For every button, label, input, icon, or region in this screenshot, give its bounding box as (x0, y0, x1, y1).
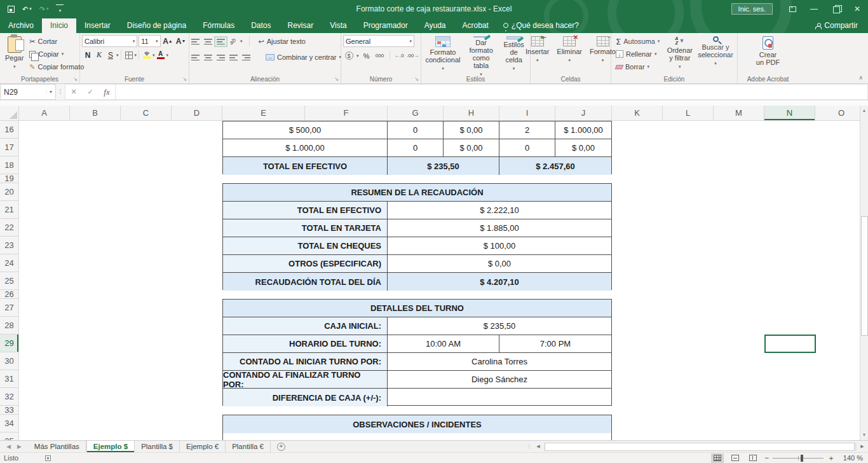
cell-total-all[interactable]: $ 2.457,60 (499, 157, 611, 175)
dialog-launcher-icon[interactable]: ↘ (182, 76, 187, 82)
align-right-icon[interactable] (217, 55, 225, 60)
zoom-in-button[interactable]: ＋ (827, 453, 835, 463)
row-header-33[interactable]: 33 (0, 406, 19, 415)
font-color-button[interactable]: A (155, 49, 166, 61)
row-header-32[interactable]: 32 (0, 388, 19, 406)
align-top-icon[interactable] (191, 39, 200, 45)
conditional-formatting-button[interactable]: Formato condicional▾ (423, 35, 463, 74)
ribbon-tab-datos[interactable]: Datos (243, 18, 279, 33)
zoom-out-button[interactable]: − (764, 453, 769, 462)
cell-total-label[interactable]: RECAUDACIÓN TOTAL DEL DÍA (223, 273, 388, 291)
wrap-text-button[interactable]: ↩Ajustar texto (256, 35, 308, 48)
column-header-a[interactable]: A (19, 106, 70, 121)
sheet-tab-plantilla[interactable]: Plantilla € (226, 441, 271, 452)
insert-cells-button[interactable]: ⇤ Insertar▾ (522, 35, 552, 74)
orientation-icon[interactable]: ab (228, 37, 237, 46)
table-row[interactable]: DIFERENCIA DE CAJA (+/-): (223, 389, 611, 406)
bold-button[interactable]: N (82, 49, 93, 61)
row-header-18[interactable]: 18 (0, 156, 19, 174)
horizontal-scrollbar-thumb[interactable] (545, 443, 855, 451)
cell-total-value[interactable]: $ 4.207,10 (388, 273, 611, 291)
clear-button[interactable]: Borrar▾ (613, 60, 664, 73)
row-header-29[interactable]: 29 (0, 335, 19, 352)
restore-button[interactable] (825, 0, 846, 18)
formula-bar-grip[interactable]: ⁞ (56, 84, 65, 100)
sheet-nav-right-icon[interactable]: ▶ (17, 443, 22, 450)
cell-count[interactable]: 0 (499, 139, 555, 156)
align-bottom-icon[interactable] (217, 39, 225, 45)
zoom-slider-thumb[interactable] (801, 455, 803, 462)
sheet-tab-mas-plantillas[interactable]: Más Plantillas (28, 441, 86, 452)
vertical-scrollbar-thumb[interactable] (861, 216, 868, 336)
redo-button[interactable]: ↷▾ (39, 5, 49, 13)
create-pdf-button[interactable]: Crearun PDF (753, 35, 783, 74)
table-row[interactable]: CONTADO AL INICIAR TURNO POR: Carolina T… (223, 353, 611, 371)
column-header-i[interactable]: I (499, 106, 555, 121)
format-painter-button[interactable]: ✎Copiar formato (27, 60, 86, 73)
row-header-26[interactable]: 26 (0, 290, 19, 299)
cell-subtotal[interactable]: $ 0,00 (444, 121, 499, 139)
align-center-icon[interactable] (204, 55, 212, 60)
cell-subtotal[interactable]: $ 1.000,00 (555, 121, 611, 139)
cut-button[interactable]: ✂Cortar (27, 35, 86, 48)
table-row[interactable]: HORARIO DEL TURNO: 10:00 AM 7:00 PM (223, 335, 611, 353)
copy-button[interactable]: Copiar▾ (27, 48, 86, 60)
cell-denomination[interactable]: $ 1.000,00 (223, 139, 388, 156)
cell-value[interactable]: $ 2.222,10 (388, 202, 611, 219)
row-header-27[interactable]: 27 (0, 299, 19, 317)
scroll-right-icon[interactable]: ▶ (858, 443, 867, 451)
scroll-up-icon[interactable]: ▲ (860, 106, 868, 115)
italic-button[interactable]: K (93, 49, 105, 61)
ribbon-tab-archivo[interactable]: Archivo (0, 18, 42, 33)
cell-subtotal[interactable]: $ 0,00 (444, 139, 499, 156)
column-header-l[interactable]: L (663, 106, 714, 121)
table-row[interactable]: OTROS (ESPECIFICAR) $ 0,00 (223, 255, 611, 273)
increase-indent-icon[interactable] (242, 55, 250, 60)
table-header-row[interactable]: RESUMEN DE LA RECAUDACIÓN (223, 184, 611, 202)
cell-count[interactable]: 2 (499, 121, 555, 139)
row-header-28[interactable]: 28 (0, 317, 19, 335)
row-header-25[interactable]: 25 (0, 272, 19, 290)
row-header-24[interactable]: 24 (0, 254, 19, 272)
close-button[interactable]: ✕ (846, 0, 868, 18)
cell-value[interactable]: $ 0,00 (388, 255, 611, 272)
row-header-19[interactable]: 19 (0, 174, 19, 183)
find-select-button[interactable]: Buscar y seleccionar▾ (696, 35, 735, 74)
row-header-30[interactable]: 30 (0, 352, 19, 370)
ribbon-tab-insertar[interactable]: Insertar (76, 18, 119, 33)
ribbon-tab-diseno-de-pagina[interactable]: Diseño de página (119, 18, 194, 33)
fill-color-button[interactable] (141, 49, 153, 61)
cell-total-cash[interactable]: $ 235,50 (388, 157, 499, 175)
align-left-icon[interactable] (191, 55, 200, 60)
column-header-c[interactable]: C (121, 106, 172, 121)
row-header-21[interactable]: 21 (0, 201, 19, 219)
percent-style-button[interactable]: % (361, 50, 372, 62)
tell-me-box[interactable]: ¿Qué desea hacer? (497, 21, 585, 33)
column-header-j[interactable]: J (555, 106, 612, 121)
borders-button[interactable] (123, 49, 135, 61)
comma-style-button[interactable]: 000 (374, 50, 386, 62)
collapse-ribbon-button[interactable]: ∧ (858, 74, 863, 81)
selected-cell-n29[interactable] (764, 335, 816, 353)
name-box[interactable]: N29 ▾ (0, 84, 56, 100)
cell-label[interactable]: TOTAL EN TARJETA (223, 219, 388, 237)
cell-label[interactable]: CONTANDO AL FINALIZAR TURNO POR: (223, 371, 388, 388)
select-all-corner[interactable] (0, 106, 19, 121)
row-header-23[interactable]: 23 (0, 237, 19, 254)
cell-shift-end[interactable]: 7:00 PM (499, 335, 611, 352)
align-middle-icon[interactable] (204, 39, 212, 45)
sheet-nav-left-icon[interactable]: ◀ (6, 443, 11, 450)
column-header-n[interactable]: N (764, 106, 815, 121)
row-header-35[interactable]: 35 (0, 432, 19, 440)
minimize-button[interactable]: — (803, 0, 825, 18)
column-header-h[interactable]: H (444, 106, 499, 121)
format-as-table-button[interactable]: Dar formato como tabla▾ (464, 35, 498, 74)
confirm-entry-button[interactable]: ✓ (82, 88, 98, 96)
zoom-slider[interactable] (773, 458, 824, 459)
row-header-31[interactable]: 31 (0, 370, 19, 388)
row-header-17[interactable]: 17 (0, 139, 19, 156)
scroll-down-icon[interactable]: ▼ (860, 430, 868, 439)
cell-label[interactable]: OTROS (ESPECIFICAR) (223, 255, 388, 272)
grow-font-button[interactable]: A▲ (162, 35, 174, 47)
ribbon-display-options-button[interactable] (782, 0, 803, 18)
